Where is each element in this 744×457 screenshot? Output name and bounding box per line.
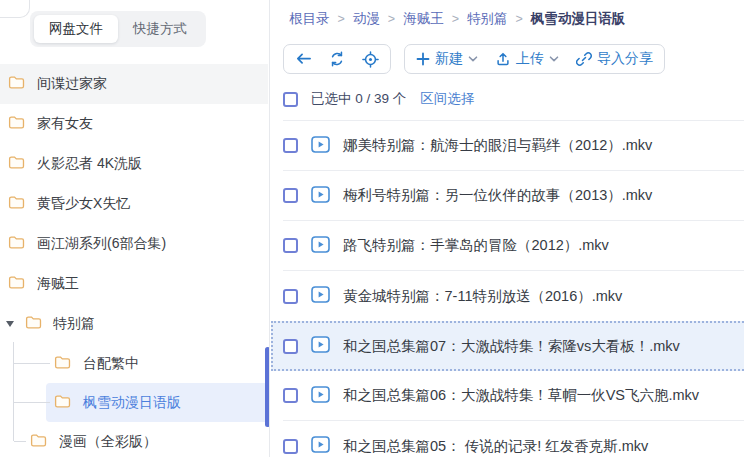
breadcrumb-link[interactable]: 特别篇 bbox=[467, 10, 508, 28]
tree-item[interactable]: 家有女友 bbox=[0, 104, 268, 144]
tree-item-label: 台配繁中 bbox=[83, 355, 139, 373]
row-checkbox[interactable] bbox=[283, 238, 298, 253]
file-row[interactable]: 黄金城特别篇：7-11特别放送（2016）.mkv bbox=[283, 271, 744, 321]
folder-icon bbox=[54, 394, 71, 411]
file-name: 和之国总集篇05： 传说的记录! 红发香克斯.mkv bbox=[343, 437, 648, 456]
chevron-down-icon bbox=[468, 56, 478, 62]
breadcrumb-separator: > bbox=[515, 12, 522, 26]
breadcrumb: 根目录 > 动漫 > 海贼王 > 特别篇 > 枫雪动漫日语版 bbox=[289, 10, 744, 28]
link-icon bbox=[576, 51, 592, 67]
file-list: 娜美特别篇：航海士的眼泪与羁绊（2012）.mkv 梅利号特别篇：另一位伙伴的故… bbox=[283, 121, 744, 457]
folder-icon bbox=[8, 155, 25, 172]
sidebar-tab-bar: 网盘文件 快捷方式 bbox=[30, 11, 206, 47]
refresh-button[interactable] bbox=[329, 51, 345, 67]
folder-icon bbox=[30, 433, 47, 450]
tree-item-label: 画江湖系列(6部合集) bbox=[37, 235, 166, 253]
tree-item-expanded[interactable]: 特别篇 bbox=[0, 304, 268, 344]
selection-bar: 已选中 0 / 39 个 区间选择 bbox=[283, 90, 744, 121]
file-row[interactable]: 路飞特别篇：手掌岛的冒险（2012）.mkv bbox=[283, 221, 744, 271]
sidebar: 网盘文件 快捷方式 间谍过家家 家有女友 火影忍者 4K洗版 黄昏少女X失忆 画… bbox=[0, 0, 270, 457]
file-name: 黄金城特别篇：7-11特别放送（2016）.mkv bbox=[343, 287, 622, 306]
chevron-down-icon bbox=[549, 56, 559, 62]
file-row-selected[interactable]: 和之国总集篇07：大激战特集！索隆vs大看板！.mkv bbox=[271, 321, 744, 371]
video-file-icon bbox=[311, 386, 330, 406]
arrow-left-icon bbox=[295, 52, 312, 65]
nav-button-group bbox=[283, 44, 391, 74]
breadcrumb-link[interactable]: 根目录 bbox=[289, 10, 330, 28]
upload-icon bbox=[495, 51, 511, 67]
tree-item[interactable]: 间谍过家家 bbox=[0, 64, 268, 104]
video-file-icon bbox=[311, 436, 330, 456]
breadcrumb-link[interactable]: 海贼王 bbox=[403, 10, 444, 28]
breadcrumb-separator: > bbox=[452, 12, 459, 26]
video-file-icon bbox=[311, 236, 330, 256]
tree-connector-line bbox=[14, 441, 26, 442]
tree-connector-line bbox=[13, 342, 14, 441]
file-name: 梅利号特别篇：另一位伙伴的故事（2013）.mkv bbox=[343, 186, 652, 205]
tree-item-label: 火影忍者 4K洗版 bbox=[37, 155, 142, 173]
breadcrumb-separator: > bbox=[338, 12, 345, 26]
tree-connector-line bbox=[14, 363, 50, 364]
crosshair-icon bbox=[362, 51, 379, 68]
tree-item-selected[interactable]: 枫雪动漫日语版 bbox=[46, 383, 268, 422]
back-button[interactable] bbox=[295, 52, 312, 65]
tree-item-label: 漫画（全彩版） bbox=[59, 433, 157, 451]
action-button-group: 新建 上传 导入分享 bbox=[404, 44, 665, 74]
tree-item[interactable]: 黄昏少女X失忆 bbox=[0, 184, 268, 224]
breadcrumb-separator: > bbox=[388, 12, 395, 26]
folder-icon bbox=[8, 75, 25, 92]
tab-drive-files[interactable]: 网盘文件 bbox=[34, 15, 118, 43]
tree-connector-line bbox=[14, 402, 50, 403]
refresh-icon bbox=[329, 51, 345, 67]
row-checkbox[interactable] bbox=[283, 138, 298, 153]
locate-button[interactable] bbox=[362, 51, 379, 68]
tree-item-label: 间谍过家家 bbox=[37, 75, 107, 93]
tree-item[interactable]: 火影忍者 4K洗版 bbox=[0, 144, 268, 184]
tree-item-label: 特别篇 bbox=[53, 315, 95, 333]
plus-icon bbox=[416, 52, 430, 66]
row-checkbox[interactable] bbox=[283, 388, 298, 403]
range-select-link[interactable]: 区间选择 bbox=[420, 90, 474, 108]
breadcrumb-current: 枫雪动漫日语版 bbox=[531, 10, 626, 28]
file-row[interactable]: 和之国总集篇06：大激战特集！草帽一伙VS飞六胞.mkv bbox=[283, 371, 744, 421]
folder-icon bbox=[25, 315, 42, 332]
toolbar: 新建 上传 导入分享 bbox=[283, 44, 744, 74]
import-share-button[interactable]: 导入分享 bbox=[576, 50, 653, 68]
new-button-label: 新建 bbox=[435, 50, 463, 68]
select-all-checkbox[interactable] bbox=[283, 92, 298, 107]
folder-icon bbox=[8, 195, 25, 212]
folder-icon bbox=[8, 115, 25, 132]
folder-tree: 间谍过家家 家有女友 火影忍者 4K洗版 黄昏少女X失忆 画江湖系列(6部合集)… bbox=[0, 64, 268, 457]
file-row[interactable]: 娜美特别篇：航海士的眼泪与羁绊（2012）.mkv bbox=[283, 121, 744, 171]
file-name: 和之国总集篇07：大激战特集！索隆vs大看板！.mkv bbox=[343, 337, 680, 356]
row-checkbox[interactable] bbox=[283, 439, 298, 454]
tree-item-label: 黄昏少女X失忆 bbox=[37, 195, 130, 213]
sidebar-scrollbar-thumb[interactable] bbox=[265, 347, 270, 427]
tree-item[interactable]: 海贼王 bbox=[0, 264, 268, 304]
tree-item-label: 枫雪动漫日语版 bbox=[83, 394, 181, 412]
file-name: 路飞特别篇：手掌岛的冒险（2012）.mkv bbox=[343, 236, 609, 255]
row-checkbox[interactable] bbox=[283, 289, 298, 304]
file-name: 娜美特别篇：航海士的眼泪与羁绊（2012）.mkv bbox=[343, 136, 652, 155]
video-file-icon bbox=[311, 286, 330, 306]
import-share-label: 导入分享 bbox=[597, 50, 653, 68]
tree-item-label: 家有女友 bbox=[37, 115, 93, 133]
video-file-icon bbox=[311, 186, 330, 206]
triangle-down-icon[interactable] bbox=[6, 321, 14, 327]
tree-item[interactable]: 画江湖系列(6部合集) bbox=[0, 224, 268, 264]
video-file-icon bbox=[311, 136, 330, 156]
upload-button-label: 上传 bbox=[516, 50, 544, 68]
file-row[interactable]: 和之国总集篇05： 传说的记录! 红发香克斯.mkv bbox=[283, 421, 744, 457]
main-panel: 根目录 > 动漫 > 海贼王 > 特别篇 > 枫雪动漫日语版 新建 bbox=[271, 0, 744, 457]
breadcrumb-link[interactable]: 动漫 bbox=[353, 10, 380, 28]
file-row[interactable]: 梅利号特别篇：另一位伙伴的故事（2013）.mkv bbox=[283, 171, 744, 221]
video-file-icon bbox=[311, 336, 330, 356]
panel-corner-line bbox=[0, 0, 30, 18]
new-button[interactable]: 新建 bbox=[416, 50, 478, 68]
tree-item[interactable]: 漫画（全彩版） bbox=[0, 422, 268, 457]
upload-button[interactable]: 上传 bbox=[495, 50, 559, 68]
tab-shortcuts[interactable]: 快捷方式 bbox=[118, 15, 202, 43]
row-checkbox[interactable] bbox=[283, 188, 298, 203]
row-checkbox[interactable] bbox=[283, 339, 298, 354]
folder-icon bbox=[8, 275, 25, 292]
